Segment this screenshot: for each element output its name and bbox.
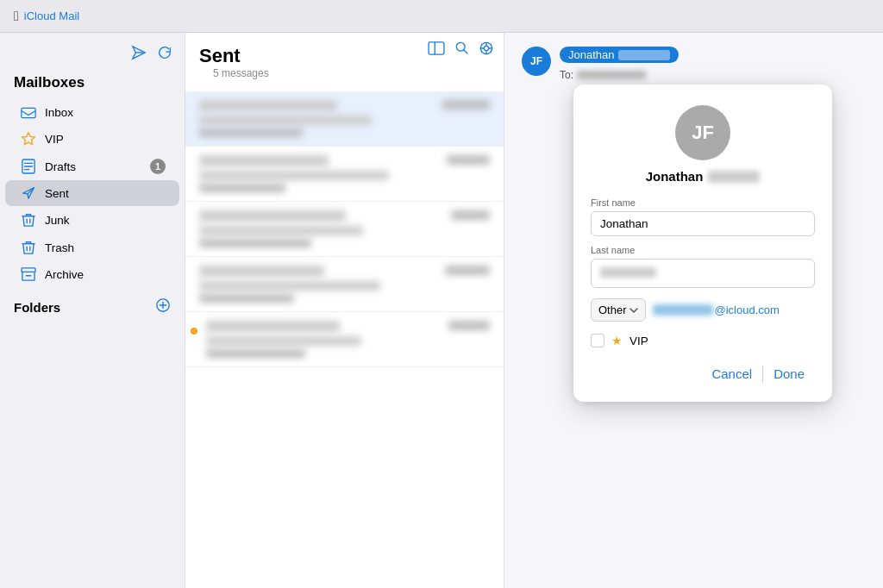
email-list [185,91,504,588]
sent-label: Sent [45,187,69,200]
flag-dot [191,328,197,335]
svg-rect-2 [22,268,35,272]
recipient-avatar: JF [522,47,551,76]
recipient-to: To: [560,69,679,81]
add-folder-icon[interactable] [155,297,171,317]
email-item[interactable] [185,257,504,312]
sidebar-item-sent[interactable]: Sent [5,180,179,206]
app-title: iCloud Mail [24,9,79,22]
archive-label: Archive [45,268,84,281]
email-list-toolbar [428,41,493,59]
inbox-label: Inbox [45,106,73,119]
vip-star-icon [19,131,38,147]
last-name-label: Last name [591,245,815,255]
drafts-badge: 1 [150,159,166,174]
drafts-label: Drafts [45,160,76,173]
contact-popup-name: Jonathan [591,169,815,184]
email-list-panel: Sent 5 messages [185,33,504,588]
contact-email-row: Other @icloud.com [591,298,815,322]
sidebar-item-archive[interactable]: Archive [5,261,179,287]
svg-point-6 [456,42,465,51]
contact-last-name-blurred [708,171,760,183]
junk-icon [19,212,38,228]
email-item[interactable] [185,312,504,367]
first-name-label: First name [591,197,815,208]
email-item[interactable] [185,91,504,147]
email-list-header: Sent 5 messages [185,33,504,91]
cancel-button[interactable]: Cancel [701,363,762,385]
junk-label: Junk [45,214,70,227]
right-panel: JF Jonathan To: [504,33,883,588]
sidebar-item-drafts[interactable]: Drafts 1 [5,153,179,180]
vip-checkbox[interactable] [591,334,604,347]
contact-popup: JF Jonathan First name Last name Other [573,84,832,402]
email-domain: @icloud.com [715,303,780,316]
vip-star-icon2: ★ [611,334,623,347]
svg-rect-0 [22,108,35,117]
svg-rect-4 [429,42,444,54]
sidebar-item-junk[interactable]: Junk [5,206,179,234]
email-list-count: 5 messages [199,67,490,88]
inbox-icon [19,107,38,119]
done-button[interactable]: Done [763,363,815,385]
email-type-select[interactable]: Other [591,298,646,322]
email-item[interactable] [185,202,504,257]
contact-popup-avatar: JF [675,105,730,160]
sidebar-item-vip[interactable]: VIP [5,125,179,153]
contact-actions: Cancel Done [591,363,815,385]
split-view-icon[interactable] [428,41,445,59]
folders-title: Folders [14,300,60,315]
sidebar: Mailboxes Inbox VIP [0,33,185,588]
email-item[interactable] [185,147,504,202]
compose-icon[interactable] [129,43,148,62]
recipient-to-address [577,71,646,79]
apple-logo-icon:  [14,9,19,24]
trash-label: Trash [45,241,74,254]
filter-icon[interactable] [479,41,493,59]
main-layout: Mailboxes Inbox VIP [0,33,883,588]
sidebar-toolbar [0,43,185,71]
trash-icon [19,240,38,255]
sidebar-item-trash[interactable]: Trash [5,234,179,261]
sent-icon [19,186,38,200]
folders-section: Folders [0,287,185,321]
refresh-icon[interactable] [155,43,174,62]
search-icon[interactable] [455,41,469,59]
content-area: Sent 5 messages [185,33,883,588]
recipient-info: Jonathan To: [560,47,679,81]
recipient-name-chip[interactable]: Jonathan [560,47,679,63]
archive-icon [19,267,38,281]
first-name-input[interactable] [591,211,815,236]
svg-point-8 [484,46,488,50]
vip-row: ★ VIP [591,334,815,347]
sidebar-item-inbox[interactable]: Inbox [5,100,179,125]
vip-label-text: VIP [45,133,64,146]
email-type-label: Other [598,303,627,316]
vip-label2: VIP [629,335,648,347]
drafts-icon [19,159,38,174]
title-bar:  iCloud Mail [0,0,883,33]
mailboxes-title: Mailboxes [0,71,185,100]
